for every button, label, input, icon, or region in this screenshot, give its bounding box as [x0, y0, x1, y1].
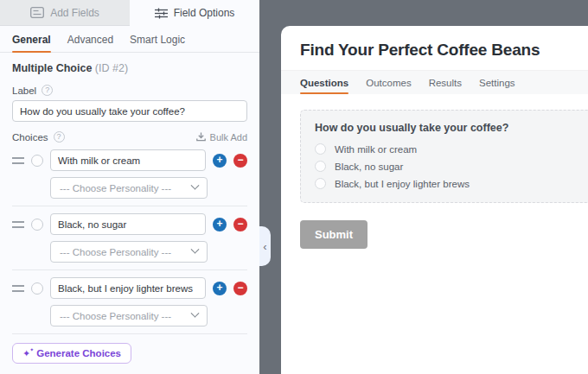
- remove-choice-button[interactable]: −: [233, 154, 247, 168]
- add-choice-button[interactable]: +: [213, 218, 227, 231]
- tab-add-fields-label: Add Fields: [50, 7, 99, 19]
- radio-option: Black, but I enjoy lighter brews: [315, 178, 578, 189]
- bulk-add-download-icon: [196, 132, 206, 142]
- chevron-left-icon: ‹: [263, 241, 266, 252]
- field-heading: Multiple Choice (ID #2): [12, 62, 247, 74]
- drag-handle-icon[interactable]: [12, 285, 24, 292]
- question-label: How do you usually take your coffee?: [315, 122, 578, 134]
- add-choice-button[interactable]: +: [213, 282, 227, 295]
- personality-select-value: --- Choose Personality ---: [60, 183, 171, 193]
- radio-option-label: Black, no sugar: [335, 162, 403, 172]
- choice-default-radio[interactable]: [31, 219, 43, 231]
- sidebar-panel-tabs: Add Fields Field Options: [0, 0, 259, 26]
- radio-button[interactable]: [315, 143, 326, 155]
- question-field-preview[interactable]: How do you usually take your coffee? Wit…: [300, 110, 588, 203]
- remove-choice-button[interactable]: −: [233, 282, 247, 295]
- drag-handle-icon[interactable]: [12, 157, 24, 164]
- ai-sparkles-icon: ✦: [22, 349, 30, 358]
- field-type-title: Multiple Choice: [12, 62, 92, 74]
- preview-body: How do you usually take your coffee? Wit…: [281, 94, 588, 249]
- bulk-add-label: Bulk Add: [210, 132, 247, 143]
- field-options-subtabs: General Advanced Smart Logic: [0, 26, 259, 53]
- personality-select[interactable]: --- Choose Personality ---: [50, 177, 208, 199]
- sliders-icon: [155, 8, 168, 19]
- label-option-row: Label ?: [12, 85, 247, 96]
- tab-add-fields[interactable]: Add Fields: [0, 0, 130, 26]
- submit-button[interactable]: Submit: [300, 220, 368, 249]
- choice-group: + − --- Choose Personality ---: [12, 277, 247, 334]
- form-builder-app: Add Fields Field Options General Advance…: [0, 0, 588, 374]
- preview-tabs: Questions Outcomes Results Settings: [281, 70, 588, 94]
- radio-button[interactable]: [315, 178, 326, 189]
- tab-outcomes[interactable]: Outcomes: [366, 71, 411, 94]
- form-preview-workspace: ‹ Find Your Perfect Coffee Beans Questio…: [259, 0, 588, 374]
- subtab-smart-logic[interactable]: Smart Logic: [130, 26, 185, 52]
- choice-row: + −: [12, 213, 247, 235]
- choice-text-input[interactable]: [50, 213, 206, 235]
- radio-option-label: Black, but I enjoy lighter brews: [335, 179, 470, 189]
- field-label-input[interactable]: [12, 100, 247, 122]
- subtab-general[interactable]: General: [12, 26, 51, 52]
- personality-select[interactable]: --- Choose Personality ---: [50, 305, 208, 326]
- radio-option: With milk or cream: [315, 143, 578, 155]
- form-preview-card: Find Your Perfect Coffee Beans Questions…: [281, 26, 588, 374]
- personality-select-value: --- Choose Personality ---: [60, 311, 171, 321]
- sidebar-collapse-handle[interactable]: ‹: [259, 226, 271, 266]
- chevron-down-icon: [191, 309, 200, 318]
- tab-results[interactable]: Results: [429, 71, 462, 94]
- personality-select[interactable]: --- Choose Personality ---: [50, 241, 208, 263]
- radio-button[interactable]: [315, 161, 326, 172]
- tab-questions[interactable]: Questions: [300, 71, 348, 94]
- tab-field-options[interactable]: Field Options: [130, 0, 259, 26]
- label-option-text: Label: [12, 86, 36, 96]
- generate-choices-button[interactable]: ✦ Generate Choices: [12, 343, 131, 364]
- drag-handle-icon[interactable]: [12, 221, 24, 228]
- add-choice-button[interactable]: +: [213, 154, 227, 168]
- choice-row: + −: [12, 277, 247, 299]
- choice-row: + −: [12, 149, 247, 171]
- form-field-icon: [30, 7, 44, 18]
- form-title: Find Your Perfect Coffee Beans: [281, 26, 588, 70]
- chevron-down-icon: [191, 245, 200, 254]
- radio-option: Black, no sugar: [315, 161, 578, 172]
- personality-select-value: --- Choose Personality ---: [60, 247, 171, 257]
- choice-text-input[interactable]: [50, 149, 206, 171]
- choice-text-input[interactable]: [50, 277, 206, 299]
- tab-field-options-label: Field Options: [174, 7, 235, 19]
- tab-settings[interactable]: Settings: [479, 71, 515, 94]
- field-options-content: Multiple Choice (ID #2) Label ? Choices …: [0, 53, 259, 374]
- field-options-sidebar: Add Fields Field Options General Advance…: [0, 0, 259, 374]
- choices-option-text: Choices: [12, 132, 48, 143]
- choice-default-radio[interactable]: [31, 155, 43, 167]
- choices-header: Choices ? Bulk Add: [12, 131, 247, 143]
- subtab-advanced[interactable]: Advanced: [67, 26, 113, 52]
- choice-default-radio[interactable]: [31, 282, 43, 295]
- remove-choice-button[interactable]: −: [233, 218, 247, 231]
- choices-option-row: Choices ?: [12, 131, 65, 143]
- label-help-icon[interactable]: ?: [42, 85, 53, 96]
- bulk-add-button[interactable]: Bulk Add: [196, 132, 247, 143]
- choice-group: + − --- Choose Personality ---: [12, 213, 247, 270]
- radio-option-label: With milk or cream: [335, 144, 417, 155]
- chevron-down-icon: [191, 181, 200, 190]
- generate-choices-label: Generate Choices: [36, 348, 121, 358]
- field-id-label: (ID #2): [95, 62, 128, 74]
- choice-group: + − --- Choose Personality ---: [12, 149, 247, 206]
- choices-help-icon[interactable]: ?: [54, 131, 65, 143]
